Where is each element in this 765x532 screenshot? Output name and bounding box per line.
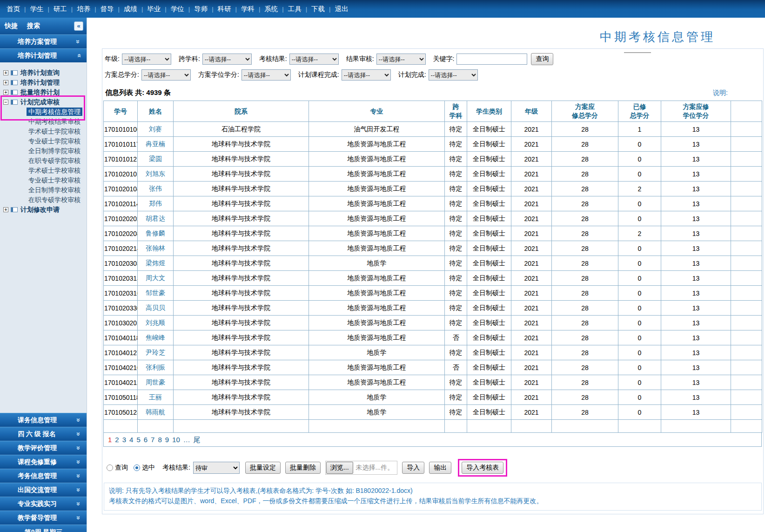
cell-name[interactable]: 刘赛 <box>138 122 174 137</box>
nav-item-15[interactable]: 退出 <box>335 5 348 13</box>
cell-name[interactable]: 邹世豪 <box>138 286 174 301</box>
nav-item-10[interactable]: 科研 <box>218 5 231 13</box>
tree-leaf[interactable]: 中期考核信息管理 <box>3 107 87 117</box>
tree-leaf[interactable]: 中期考核结果审核 <box>3 117 87 127</box>
nav-item-5[interactable]: 督导 <box>101 5 114 13</box>
tree-leaf[interactable]: 专业硕士学院审核 <box>3 136 87 146</box>
cell-name[interactable]: 胡君达 <box>138 211 174 226</box>
tree-branch[interactable]: +培养计划管理 <box>3 78 87 88</box>
tree-leaf[interactable]: 全日制博学院审核 <box>3 146 87 156</box>
result-select[interactable]: 待审 <box>193 462 240 474</box>
cell-name[interactable]: 王丽 <box>138 390 174 405</box>
nav-item-11[interactable]: 学科 <box>241 5 255 13</box>
page-link-7[interactable]: 7 <box>151 436 154 444</box>
cell-name[interactable]: 鲁修麟 <box>138 226 174 241</box>
filter-select[interactable]: --请选择-- <box>242 69 291 81</box>
sidebar-section-4[interactable]: 课程免修重修» <box>0 455 87 469</box>
filter-select[interactable]: --请选择-- <box>376 54 426 65</box>
keyword-input[interactable] <box>456 54 527 65</box>
cell-name[interactable]: 刘旭东 <box>138 167 174 182</box>
nav-item-3[interactable]: 研工 <box>54 5 67 13</box>
import-button[interactable]: 导入 <box>402 462 424 474</box>
nav-item-2[interactable]: 学生 <box>30 5 43 13</box>
sidebar-section-7[interactable]: 专业实践实习» <box>0 497 87 511</box>
filter-select[interactable]: --请选择-- <box>429 69 478 81</box>
cell-name[interactable]: 周大文 <box>138 271 174 286</box>
sidebar-section-cultivate-plan[interactable]: 培养计划管理 » <box>0 48 87 62</box>
sidebar-section-plan-mgmt[interactable]: 培养方案管理 » <box>0 34 87 48</box>
cell-name[interactable]: 冉亚楠 <box>138 137 174 152</box>
expand-node-icon[interactable]: + <box>3 80 8 85</box>
sidebar-section-3[interactable]: 教学评价管理» <box>0 441 87 455</box>
nav-item-13[interactable]: 工具 <box>288 5 302 13</box>
export-button[interactable]: 输出 <box>429 462 451 474</box>
filter-select[interactable]: --请选择-- <box>342 69 391 81</box>
import-assessment-form-button[interactable]: 导入考核表 <box>462 462 503 474</box>
nav-item-6[interactable]: 成绩 <box>124 5 137 13</box>
tree-branch[interactable]: +批量培养计划 <box>3 88 87 97</box>
expand-node-icon[interactable]: + <box>3 90 8 95</box>
cell-name[interactable]: 焦峻峰 <box>138 330 174 345</box>
page-link-6[interactable]: 6 <box>144 436 148 444</box>
collapse-node-icon[interactable]: − <box>3 100 8 105</box>
batch-delete-button[interactable]: 批量删除 <box>285 462 321 474</box>
cell-name[interactable]: 梁炜煜 <box>138 256 174 271</box>
expand-node-icon[interactable]: + <box>3 207 8 212</box>
nav-item-12[interactable]: 系统 <box>264 5 278 13</box>
expand-node-icon[interactable]: + <box>3 70 8 75</box>
browse-button[interactable]: 浏览... <box>326 462 353 474</box>
tree-leaf[interactable]: 学术硕士学校审核 <box>3 166 87 175</box>
radio-query-label[interactable]: 查询 <box>115 464 128 472</box>
cell-name[interactable]: 梁圆 <box>138 152 174 167</box>
radio-selected[interactable] <box>134 465 140 471</box>
tree-branch[interactable]: +培养计划查询 <box>3 68 87 78</box>
note-link[interactable]: 说明: <box>713 89 728 97</box>
cell-name[interactable]: 张翰林 <box>138 241 174 256</box>
page-link-8[interactable]: 8 <box>158 436 161 444</box>
tree-leaf[interactable]: 在职专硕学校审核 <box>3 195 87 205</box>
filter-select[interactable]: --请选择-- <box>122 54 171 65</box>
sidebar-section-2[interactable]: 四 六 级 报名» <box>0 427 87 441</box>
tree-leaf[interactable]: 专业硕士学校审核 <box>3 175 87 185</box>
page-link-4[interactable]: 4 <box>129 436 133 444</box>
nav-item-8[interactable]: 学位 <box>171 5 184 13</box>
page-link-3[interactable]: 3 <box>122 436 126 444</box>
sidebar-collapse-icon[interactable]: « <box>74 21 83 31</box>
batch-set-button[interactable]: 批量设定 <box>245 462 281 474</box>
cell-name[interactable]: 尹玲芝 <box>138 345 174 360</box>
tree-leaf[interactable]: 在职专硕学院审核 <box>3 156 87 166</box>
tree-leaf[interactable]: 学术硕士学院审核 <box>3 127 87 136</box>
filter-select[interactable]: --请选择-- <box>202 54 252 65</box>
radio-query[interactable] <box>107 465 113 471</box>
query-button[interactable]: 查询 <box>531 53 553 65</box>
sidebar-section-6[interactable]: 出国交流管理» <box>0 483 87 497</box>
nav-item-14[interactable]: 下载 <box>311 5 325 13</box>
cell-name[interactable]: 周世豪 <box>138 375 174 390</box>
nav-item-1[interactable]: 首页 <box>7 5 20 13</box>
nav-item-7[interactable]: 毕业 <box>147 5 161 13</box>
filter-select[interactable]: --请选择-- <box>289 54 339 65</box>
tree-branch[interactable]: −计划完成审核 <box>3 97 87 107</box>
page-link-10[interactable]: 10 <box>172 436 180 444</box>
sidebar-section-1[interactable]: 课务信息管理» <box>0 413 87 427</box>
tab-search[interactable]: 搜索 <box>27 22 40 30</box>
cell-name[interactable]: 张伟 <box>138 182 174 196</box>
cell-name[interactable]: 刘兆顺 <box>138 316 174 330</box>
nav-item-9[interactable]: 导师 <box>194 5 208 13</box>
page-link-5[interactable]: 5 <box>136 436 140 444</box>
cell-name[interactable]: 韩雨航 <box>138 405 174 420</box>
page-link-2[interactable]: 2 <box>115 436 119 444</box>
sidebar-section-5[interactable]: 考务信息管理» <box>0 469 87 483</box>
page-last-link[interactable]: 尾 <box>194 436 201 444</box>
page-link-9[interactable]: 9 <box>165 436 169 444</box>
cell-name[interactable]: 张利振 <box>138 360 174 375</box>
nav-item-4[interactable]: 培养 <box>77 5 90 13</box>
cell-name[interactable]: 高贝贝 <box>138 301 174 316</box>
tab-quick[interactable]: 快捷 <box>5 22 18 30</box>
tree-branch[interactable]: +计划修改申请 <box>3 205 87 215</box>
radio-selected-label[interactable]: 选中 <box>142 464 155 472</box>
filter-select[interactable]: --请选择-- <box>141 69 191 81</box>
sidebar-section-8[interactable]: 教学督导管理» <box>0 511 87 525</box>
tree-leaf[interactable]: 全日制博学校审核 <box>3 185 87 195</box>
cell-name[interactable]: 郑伟 <box>138 196 174 211</box>
